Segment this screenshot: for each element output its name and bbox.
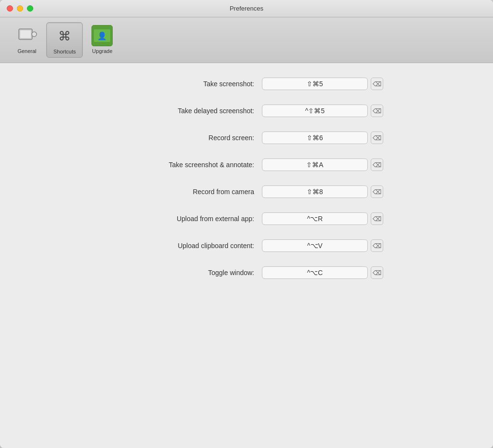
take-screenshot-annotate-clear-button[interactable]: ⌫ [371,158,383,171]
take-screenshot-input[interactable]: ⇧⌘5 [262,78,368,90]
tab-general-label: General [17,48,36,54]
take-screenshot-annotate-label: Take screenshot & annotate: [110,161,254,169]
record-screen-input[interactable]: ⇧⌘6 [262,132,368,144]
take-delayed-screenshot-label: Take delayed screenshot: [110,107,254,115]
minimize-button[interactable] [17,5,23,12]
shortcuts-icon: ⌘ [54,26,75,47]
title-bar: Preferences [0,0,493,17]
upload-clipboard-input[interactable]: ^⌥V [262,239,368,252]
toggle-window-clear-button[interactable]: ⌫ [371,266,383,279]
window-title: Preferences [230,5,263,12]
record-screen-input-wrapper: ⇧⌘6 ⌫ [262,132,383,144]
record-from-camera-input-wrapper: ⇧⌘8 ⌫ [262,185,383,198]
upload-external-app-label: Upload from external app: [110,215,254,223]
tab-general[interactable]: General [10,22,44,58]
upload-clipboard-label: Upload clipboard content: [110,242,254,250]
upload-clipboard-input-wrapper: ^⌥V ⌫ [262,239,383,252]
take-screenshot-input-wrapper: ⇧⌘5 ⌫ [262,78,383,90]
record-from-camera-label: Record from camera [110,188,254,196]
shortcut-row-take-screenshot-annotate: Take screenshot & annotate: ⇧⌘A ⌫ [29,158,464,171]
shortcut-row-toggle-window: Toggle window: ^⌥C ⌫ [29,266,464,279]
tab-shortcuts-label: Shortcuts [53,49,76,54]
toggle-window-input[interactable]: ^⌥C [262,266,368,279]
record-screen-clear-button[interactable]: ⌫ [371,132,383,144]
take-delayed-screenshot-input[interactable]: ^⇧⌘5 [262,105,368,117]
tab-shortcuts[interactable]: ⌘ Shortcuts [46,22,83,58]
take-delayed-screenshot-clear-button[interactable]: ⌫ [371,105,383,117]
take-screenshot-label: Take screenshot: [110,80,254,88]
record-from-camera-clear-button[interactable]: ⌫ [371,185,383,198]
general-icon [16,25,38,46]
maximize-button[interactable] [27,5,33,12]
window-controls [7,5,33,12]
shortcut-row-upload-external-app: Upload from external app: ^⌥R ⌫ [29,212,464,225]
tab-upgrade-label: Upgrade [92,48,112,54]
shortcuts-content: Take screenshot: ⇧⌘5 ⌫ Take delayed scre… [0,63,493,448]
take-delayed-screenshot-input-wrapper: ^⇧⌘5 ⌫ [262,105,383,117]
toggle-window-input-wrapper: ^⌥C ⌫ [262,266,383,279]
take-screenshot-clear-button[interactable]: ⌫ [371,78,383,90]
take-screenshot-annotate-input[interactable]: ⇧⌘A [262,158,368,171]
toggle-window-label: Toggle window: [110,269,254,277]
svg-point-2 [32,32,37,37]
shortcut-row-record-screen: Record screen: ⇧⌘6 ⌫ [29,132,464,144]
take-screenshot-annotate-input-wrapper: ⇧⌘A ⌫ [262,158,383,171]
close-button[interactable] [7,5,13,12]
upgrade-icon [91,25,113,46]
upload-external-app-clear-button[interactable]: ⌫ [371,212,383,225]
toolbar: General ⌘ Shortcuts Upgrade [0,17,493,63]
shortcut-row-take-delayed-screenshot: Take delayed screenshot: ^⇧⌘5 ⌫ [29,105,464,117]
shortcut-row-take-screenshot: Take screenshot: ⇧⌘5 ⌫ [29,78,464,90]
svg-rect-1 [20,30,31,38]
shortcut-row-record-from-camera: Record from camera ⇧⌘8 ⌫ [29,185,464,198]
upload-clipboard-clear-button[interactable]: ⌫ [371,239,383,252]
preferences-window: Preferences General ⌘ [0,0,493,448]
record-from-camera-input[interactable]: ⇧⌘8 [262,185,368,198]
tab-upgrade[interactable]: Upgrade [85,22,119,58]
shortcut-row-upload-clipboard: Upload clipboard content: ^⌥V ⌫ [29,239,464,252]
svg-text:⌘: ⌘ [58,29,71,43]
record-screen-label: Record screen: [110,134,254,142]
upload-external-app-input[interactable]: ^⌥R [262,212,368,225]
upload-external-app-input-wrapper: ^⌥R ⌫ [262,212,383,225]
